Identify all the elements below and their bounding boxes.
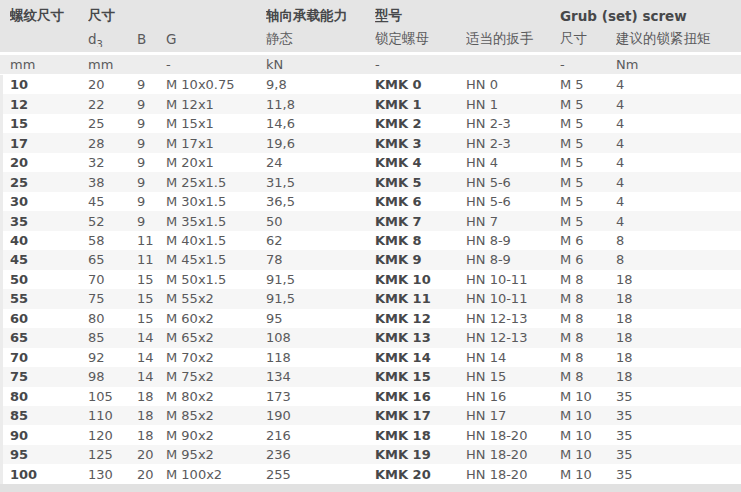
cell-d3: 70 — [88, 272, 137, 287]
cell-static-load: 50 — [266, 214, 375, 229]
cell-designation: KMK 7 — [375, 214, 466, 229]
cell-B: 9 — [137, 77, 166, 92]
cell-torque: 4 — [616, 194, 739, 209]
cell-spanner: HN 2-3 — [466, 136, 560, 151]
cell-B: 9 — [137, 136, 166, 151]
cell-d3: 80 — [88, 311, 137, 326]
cell-torque: 35 — [616, 428, 739, 443]
cell-designation: KMK 3 — [375, 136, 466, 151]
table-row: 10 20 9 M 10x0.75 9,8 KMK 0 HN 0 M 5 4 — [3, 75, 741, 94]
cell-torque: 35 — [616, 467, 739, 482]
cell-d3: 20 — [88, 77, 137, 92]
cell-grub-size: M 6 — [560, 252, 616, 267]
header-designation: 型号 — [375, 7, 560, 25]
cell-B: 11 — [137, 252, 166, 267]
table-row: 17 28 9 M 17x1 19,6 KMK 3 HN 2-3 M 5 4 — [3, 133, 741, 152]
unit-designation: - — [375, 57, 466, 72]
cell-grub-size: M 8 — [560, 369, 616, 384]
unit-static: kN — [266, 57, 375, 72]
cell-spanner: HN 1 — [466, 97, 560, 112]
cell-thread-size: 90 — [10, 428, 88, 443]
unit-G: - — [166, 57, 266, 72]
unit-d3: mm — [88, 57, 137, 72]
header-axial-capacity: 轴向承载能力 — [266, 7, 375, 25]
cell-static-load: 190 — [266, 408, 375, 423]
cell-G: M 40x1.5 — [166, 233, 266, 248]
cell-d3: 75 — [88, 291, 137, 306]
cell-G: M 80x2 — [166, 389, 266, 404]
table-row: 60 80 15 M 60x2 95 KMK 12 HN 12-13 M 8 1… — [3, 309, 741, 328]
cell-designation: KMK 11 — [375, 291, 466, 306]
cell-thread-size: 65 — [10, 330, 88, 345]
header-thread-size: 螺纹尺寸 — [10, 7, 88, 25]
cell-G: M 95x2 — [166, 447, 266, 462]
cell-static-load: 236 — [266, 447, 375, 462]
cell-d3: 110 — [88, 408, 137, 423]
cell-B: 14 — [137, 330, 166, 345]
cell-grub-size: M 10 — [560, 447, 616, 462]
cell-torque: 18 — [616, 369, 739, 384]
cell-spanner: HN 7 — [466, 214, 560, 229]
cell-torque: 8 — [616, 233, 739, 248]
spec-table: 螺纹尺寸 尺寸 轴向承载能力 型号 Grub (set) screw d3 B … — [0, 0, 741, 492]
cell-torque: 18 — [616, 350, 739, 365]
cell-G: M 45x1.5 — [166, 252, 266, 267]
cell-spanner: HN 10-11 — [466, 291, 560, 306]
cell-B: 14 — [137, 350, 166, 365]
header-group-row: 螺纹尺寸 尺寸 轴向承载能力 型号 Grub (set) screw — [0, 4, 741, 27]
cell-d3: 125 — [88, 447, 137, 462]
cell-d3: 22 — [88, 97, 137, 112]
cell-spanner: HN 8-9 — [466, 233, 560, 248]
cell-thread-size: 45 — [10, 252, 88, 267]
cell-static-load: 118 — [266, 350, 375, 365]
cell-grub-size: M 8 — [560, 311, 616, 326]
cell-thread-size: 100 — [10, 467, 88, 482]
cell-spanner: HN 5-6 — [466, 175, 560, 190]
cell-B: 15 — [137, 311, 166, 326]
table-row: 100 130 20 M 100x2 255 KMK 20 HN 18-20 M… — [3, 464, 741, 483]
cell-designation: KMK 14 — [375, 350, 466, 365]
cell-static-load: 24 — [266, 155, 375, 170]
header-grub-screw: Grub (set) screw — [560, 8, 739, 24]
cell-static-load: 36,5 — [266, 194, 375, 209]
table-header: 螺纹尺寸 尺寸 轴向承载能力 型号 Grub (set) screw d3 B … — [0, 0, 741, 52]
cell-thread-size: 12 — [10, 97, 88, 112]
cell-G: M 75x2 — [166, 369, 266, 384]
cell-grub-size: M 10 — [560, 389, 616, 404]
cell-torque: 4 — [616, 77, 739, 92]
cell-G: M 30x1.5 — [166, 194, 266, 209]
cell-thread-size: 85 — [10, 408, 88, 423]
cell-thread-size: 95 — [10, 447, 88, 462]
cell-grub-size: M 5 — [560, 136, 616, 151]
cell-grub-size: M 10 — [560, 467, 616, 482]
cell-thread-size: 25 — [10, 175, 88, 190]
cell-designation: KMK 8 — [375, 233, 466, 248]
cell-d3: 98 — [88, 369, 137, 384]
cell-designation: KMK 12 — [375, 311, 466, 326]
cell-d3: 120 — [88, 428, 137, 443]
cell-B: 15 — [137, 272, 166, 287]
cell-spanner: HN 16 — [466, 389, 560, 404]
cell-B: 18 — [137, 408, 166, 423]
cell-B: 20 — [137, 467, 166, 482]
table-row: 25 38 9 M 25x1.5 31,5 KMK 5 HN 5-6 M 5 4 — [3, 172, 741, 191]
table-row: 90 120 18 M 90x2 216 KMK 18 HN 18-20 M 1… — [3, 425, 741, 444]
cell-spanner: HN 18-20 — [466, 428, 560, 443]
cell-G: M 20x1 — [166, 155, 266, 170]
cell-B: 9 — [137, 175, 166, 190]
cell-thread-size: 40 — [10, 233, 88, 248]
cell-G: M 85x2 — [166, 408, 266, 423]
cell-G: M 17x1 — [166, 136, 266, 151]
cell-spanner: HN 12-13 — [466, 330, 560, 345]
cell-designation: KMK 20 — [375, 467, 466, 482]
cell-G: M 100x2 — [166, 467, 266, 482]
table-row: 65 85 14 M 65x2 108 KMK 13 HN 12-13 M 8 … — [3, 328, 741, 347]
cell-designation: KMK 0 — [375, 77, 466, 92]
table-row: 35 52 9 M 35x1.5 50 KMK 7 HN 7 M 5 4 — [3, 211, 741, 230]
cell-static-load: 91,5 — [266, 291, 375, 306]
table-row: 95 125 20 M 95x2 236 KMK 19 HN 18-20 M 1… — [3, 445, 741, 464]
cell-grub-size: M 5 — [560, 155, 616, 170]
cell-static-load: 11,8 — [266, 97, 375, 112]
cell-G: M 65x2 — [166, 330, 266, 345]
cell-spanner: HN 18-20 — [466, 467, 560, 482]
